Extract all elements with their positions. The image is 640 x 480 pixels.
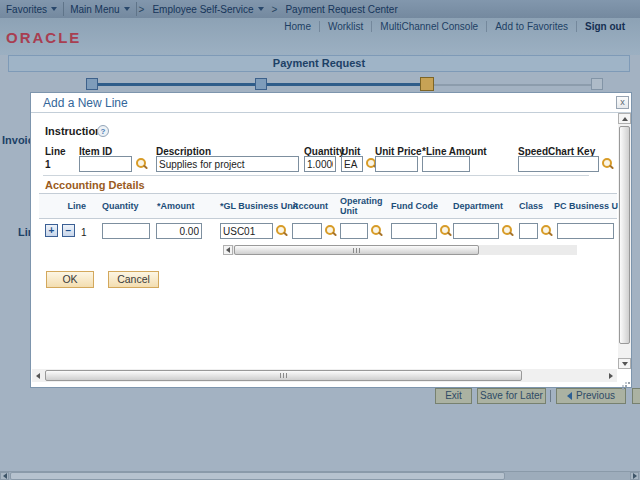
main-menu-label: Main Menu (70, 4, 119, 15)
row-line-number: 1 (81, 227, 87, 238)
page-title: Payment Request (8, 55, 630, 72)
row-fund-code-field[interactable] (391, 223, 437, 239)
breadcrumb-separator: > (137, 4, 147, 15)
fund-code-lookup-icon[interactable] (439, 224, 452, 238)
scrollbar-thumb[interactable] (45, 370, 522, 381)
sign-out-link[interactable]: Sign out (576, 21, 633, 32)
item-id-field[interactable] (79, 156, 132, 172)
grid-horizontal-scrollbar[interactable] (223, 245, 577, 255)
speedchart-key-field[interactable] (518, 156, 599, 172)
col-amount: *Amount (157, 201, 195, 211)
col-department: Department (453, 201, 503, 211)
wizard-step-1[interactable] (86, 78, 98, 90)
previous-button[interactable]: Previous (556, 388, 626, 404)
col-gl-business-unit: *GL Business Unit (220, 201, 298, 211)
unit-price-field[interactable] (375, 156, 418, 172)
previous-label: Previous (576, 390, 615, 401)
scrollbar-thumb[interactable] (10, 472, 505, 480)
col-line: Line (66, 201, 86, 211)
row-pc-business-unit-field[interactable] (557, 223, 614, 239)
add-to-favorites-link[interactable]: Add to Favorites (486, 21, 576, 32)
ok-button[interactable]: OK (46, 271, 94, 288)
quantity-field[interactable] (304, 156, 336, 172)
home-link[interactable]: Home (276, 21, 319, 32)
department-lookup-icon[interactable] (501, 224, 514, 238)
divider (43, 175, 589, 176)
delete-row-button[interactable]: − (62, 224, 75, 237)
scroll-up-icon[interactable] (618, 113, 631, 124)
scroll-right-icon[interactable] (605, 370, 616, 381)
unit-field[interactable] (341, 156, 363, 172)
scroll-left-icon[interactable] (223, 245, 233, 255)
dialog-horizontal-scrollbar[interactable] (32, 369, 617, 382)
close-icon[interactable]: x (616, 96, 629, 109)
add-new-line-dialog: Add a New Line x Instructions ? Line Ite… (30, 92, 632, 388)
breadcrumb-separator: > (270, 4, 280, 15)
row-amount-field[interactable] (156, 223, 202, 239)
dialog-title: Add a New Line (43, 96, 128, 110)
breadcrumb-employee-self-service[interactable]: Employee Self-Service (146, 0, 269, 18)
save-for-later-button[interactable]: Save for Later (477, 388, 546, 404)
gl-business-unit-lookup-icon[interactable] (275, 224, 288, 238)
row-account-field[interactable] (292, 223, 322, 239)
scrollbar-thumb[interactable] (234, 245, 479, 255)
scroll-right-icon[interactable] (630, 472, 639, 480)
speedchart-lookup-icon[interactable] (601, 157, 614, 171)
item-id-lookup-icon[interactable] (135, 157, 148, 171)
arrow-left-icon (567, 392, 572, 400)
cancel-button[interactable]: Cancel (108, 271, 159, 288)
add-row-button[interactable]: + (45, 224, 58, 237)
col-quantity: Quantity (102, 201, 139, 211)
utility-nav: Home Worklist MultiChannel Console Add t… (276, 21, 633, 32)
exit-button[interactable]: Exit (435, 388, 472, 404)
wizard-step-3-current[interactable] (420, 77, 434, 91)
line-number-value: 1 (45, 159, 51, 170)
operating-unit-lookup-icon[interactable] (370, 224, 383, 238)
divider (550, 390, 551, 402)
wizard-step-4[interactable] (591, 78, 603, 90)
scroll-left-icon[interactable] (32, 370, 43, 381)
breadcrumb: Favorites Main Menu > Employee Self-Serv… (0, 0, 640, 18)
line-label: Line (45, 146, 66, 157)
col-account: Account (292, 201, 328, 211)
scrollbar-thumb[interactable] (619, 126, 630, 344)
row-department-field[interactable] (453, 223, 499, 239)
resize-grip-icon[interactable] (619, 373, 631, 385)
row-class-field[interactable] (519, 223, 538, 239)
chevron-down-icon (51, 7, 57, 11)
oracle-logo: ORACLE (6, 29, 81, 46)
breadcrumb-payment-request-center[interactable]: Payment Request Center (279, 0, 403, 18)
employee-self-service-label: Employee Self-Service (152, 4, 253, 15)
col-fund-code: Fund Code (391, 201, 438, 211)
row-quantity-field[interactable] (102, 223, 150, 239)
payment-request-center-label: Payment Request Center (285, 4, 397, 15)
header-bar: Home Worklist MultiChannel Console Add t… (0, 18, 640, 55)
account-lookup-icon[interactable] (324, 224, 337, 238)
chevron-down-icon (124, 7, 130, 11)
row-operating-unit-field[interactable] (340, 223, 368, 239)
wizard-step-2[interactable] (255, 78, 267, 90)
wizard-progress-line-todo (426, 84, 596, 86)
scroll-down-icon[interactable] (618, 358, 631, 369)
divider (31, 112, 631, 113)
multichannel-console-link[interactable]: MultiChannel Console (371, 21, 486, 32)
page-horizontal-scrollbar[interactable] (0, 471, 640, 480)
col-class: Class (519, 201, 543, 211)
screen: Favorites Main Menu > Employee Self-Serv… (0, 0, 640, 480)
description-field[interactable] (156, 156, 299, 172)
main-menu[interactable]: Main Menu (64, 0, 135, 18)
class-lookup-icon[interactable] (540, 224, 553, 238)
col-operating-unit: Operating Unit (340, 196, 388, 216)
line-amount-field[interactable] (422, 156, 470, 172)
row-gl-business-unit-field[interactable] (220, 223, 273, 239)
favorites-label: Favorites (6, 4, 47, 15)
favorites-menu[interactable]: Favorites (0, 0, 63, 18)
dialog-vertical-scrollbar[interactable] (618, 113, 631, 369)
accounting-details-title: Accounting Details (45, 179, 145, 191)
help-icon[interactable]: ? (97, 125, 109, 137)
next-button-clipped[interactable] (632, 388, 640, 404)
chevron-down-icon (258, 7, 264, 11)
worklist-link[interactable]: Worklist (319, 21, 371, 32)
scroll-left-icon[interactable] (0, 472, 9, 480)
